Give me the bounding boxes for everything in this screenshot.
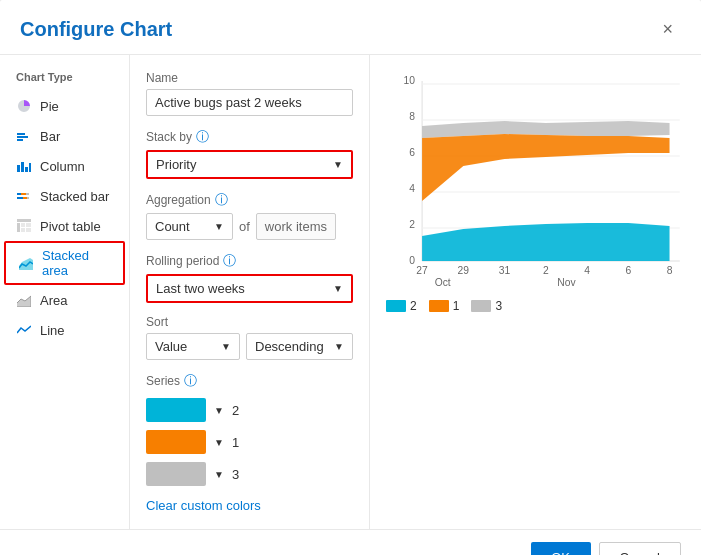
svg-text:0: 0 — [409, 255, 415, 266]
sidebar-item-line[interactable]: Line — [0, 315, 129, 345]
sidebar-item-stacked-area[interactable]: Stacked area — [4, 241, 125, 285]
sidebar-item-pie[interactable]: Pie — [0, 91, 129, 121]
series-swatch-caret-1[interactable]: ▼ — [214, 437, 224, 448]
series-color-swatch-0[interactable] — [146, 398, 206, 422]
series-swatch-caret-0[interactable]: ▼ — [214, 405, 224, 416]
svg-text:10: 10 — [403, 75, 415, 86]
aggregation-label: Aggregation ⓘ — [146, 191, 353, 209]
svg-rect-14 — [17, 223, 20, 232]
svg-text:8: 8 — [667, 265, 673, 276]
sidebar-item-column-label: Column — [40, 159, 85, 174]
series-header: Series ⓘ — [146, 372, 353, 390]
legend-item-1: 1 — [429, 299, 460, 313]
stacked-area-icon — [18, 255, 34, 271]
configure-chart-dialog: Configure Chart × Chart Type Pie — [0, 0, 701, 555]
series-info-icon[interactable]: ⓘ — [184, 372, 197, 390]
close-button[interactable]: × — [654, 16, 681, 42]
series-color-swatch-1[interactable] — [146, 430, 206, 454]
chart-type-label: Chart Type — [0, 71, 129, 91]
name-field-group: Name — [146, 71, 353, 116]
pie-icon — [16, 98, 32, 114]
of-text: of — [239, 219, 250, 234]
bar-icon — [16, 128, 32, 144]
sidebar-item-stacked-bar-label: Stacked bar — [40, 189, 109, 204]
name-input[interactable] — [146, 89, 353, 116]
series-swatch-caret-2[interactable]: ▼ — [214, 469, 224, 480]
rolling-period-select[interactable]: Last two weeks Last week Last month — [148, 276, 351, 301]
legend-swatch-1 — [429, 300, 449, 312]
svg-rect-2 — [17, 139, 23, 141]
svg-rect-10 — [17, 197, 23, 199]
aggregation-row: Count Sum Average ▼ of work items — [146, 213, 353, 240]
svg-text:6: 6 — [625, 265, 631, 276]
svg-rect-6 — [29, 163, 31, 172]
config-panel: Name Stack by ⓘ Priority State Area ▼ — [130, 55, 370, 529]
column-icon — [16, 158, 32, 174]
rolling-period-select-wrapper: Last two weeks Last week Last month ▼ — [146, 274, 353, 303]
aggregation-select[interactable]: Count Sum Average — [147, 214, 232, 239]
svg-text:29: 29 — [458, 265, 470, 276]
pivot-icon — [16, 218, 32, 234]
sidebar-item-pivot-label: Pivot table — [40, 219, 101, 234]
sidebar-item-stacked-area-label: Stacked area — [42, 248, 111, 278]
legend-item-2: 2 — [386, 299, 417, 313]
svg-rect-16 — [26, 223, 31, 227]
stack-by-field-group: Stack by ⓘ Priority State Area ▼ — [146, 128, 353, 179]
svg-text:Nov: Nov — [557, 277, 576, 288]
series-label-0: 2 — [232, 403, 239, 418]
chart-type-sidebar: Chart Type Pie — [0, 55, 130, 529]
svg-rect-7 — [17, 193, 21, 195]
svg-rect-3 — [17, 165, 20, 172]
stack-by-label: Stack by ⓘ — [146, 128, 353, 146]
chart-svg: 0 2 4 6 8 10 27 — [386, 71, 685, 291]
stack-by-select[interactable]: Priority State Area — [148, 152, 351, 177]
sidebar-item-line-label: Line — [40, 323, 65, 338]
svg-rect-15 — [21, 223, 25, 227]
clear-custom-colors-link[interactable]: Clear custom colors — [146, 498, 261, 513]
name-label: Name — [146, 71, 353, 85]
series-item-1: ▼ 1 — [146, 430, 353, 454]
legend-swatch-3 — [471, 300, 491, 312]
dialog-header: Configure Chart × — [0, 0, 701, 55]
sort-label: Sort — [146, 315, 353, 329]
svg-marker-33 — [422, 134, 669, 201]
svg-rect-17 — [21, 228, 25, 232]
svg-marker-34 — [422, 223, 669, 261]
aggregation-select-wrapper: Count Sum Average ▼ — [146, 213, 233, 240]
svg-rect-5 — [25, 167, 28, 172]
sidebar-item-area-label: Area — [40, 293, 67, 308]
svg-text:8: 8 — [409, 111, 415, 122]
svg-text:Oct: Oct — [435, 277, 451, 288]
ok-button[interactable]: OK — [531, 542, 591, 555]
sort-direction-select[interactable]: Descending Ascending — [247, 334, 352, 359]
sidebar-item-pie-label: Pie — [40, 99, 59, 114]
legend-label-2: 2 — [410, 299, 417, 313]
sidebar-item-column[interactable]: Column — [0, 151, 129, 181]
rolling-period-info-icon[interactable]: ⓘ — [223, 252, 236, 270]
sort-row: Value Label ▼ Descending Ascending ▼ — [146, 333, 353, 360]
line-icon — [16, 322, 32, 338]
dialog-body: Chart Type Pie — [0, 55, 701, 529]
aggregation-info-icon[interactable]: ⓘ — [215, 191, 228, 209]
svg-rect-4 — [21, 162, 24, 172]
legend-swatch-2 — [386, 300, 406, 312]
legend-item-3: 3 — [471, 299, 502, 313]
legend-label-3: 3 — [495, 299, 502, 313]
sort-direction-wrapper: Descending Ascending ▼ — [246, 333, 353, 360]
stack-by-info-icon[interactable]: ⓘ — [196, 128, 209, 146]
svg-text:4: 4 — [409, 183, 415, 194]
legend-label-1: 1 — [453, 299, 460, 313]
sidebar-item-bar[interactable]: Bar — [0, 121, 129, 151]
sidebar-item-pivot-table[interactable]: Pivot table — [0, 211, 129, 241]
sort-value-select[interactable]: Value Label — [147, 334, 239, 359]
svg-text:4: 4 — [584, 265, 590, 276]
svg-text:2: 2 — [543, 265, 549, 276]
chart-panel: 0 2 4 6 8 10 27 — [370, 55, 701, 529]
sidebar-item-area[interactable]: Area — [0, 285, 129, 315]
series-item-0: ▼ 2 — [146, 398, 353, 422]
sidebar-item-stacked-bar[interactable]: Stacked bar — [0, 181, 129, 211]
cancel-button[interactable]: Cancel — [599, 542, 681, 555]
series-section: Series ⓘ ▼ 2 ▼ 1 ▼ 3 C — [146, 372, 353, 513]
work-items-box: work items — [256, 213, 336, 240]
series-color-swatch-2[interactable] — [146, 462, 206, 486]
